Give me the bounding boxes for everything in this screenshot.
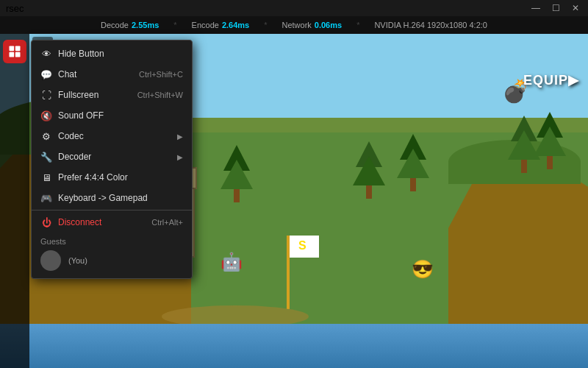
minimize-button[interactable]: — — [528, 3, 543, 13]
app-icon-button[interactable] — [3, 40, 26, 63]
menu-item-disconnect[interactable]: ⏻DisconnectCtrl+Alt+ — [32, 212, 192, 233]
menu-item-codec[interactable]: ⚙Codec▶ — [32, 126, 192, 146]
decode-label: Decode — [101, 21, 129, 29]
context-menu: 👁Hide Button💬ChatCtrl+Shift+C⛶Fullscreen… — [31, 40, 193, 279]
equip-logo: EQUIP▶ — [523, 72, 579, 88]
tree-right-2 — [508, 116, 540, 173]
menu-label-chat: Chat — [58, 69, 133, 79]
svg-rect-2 — [10, 52, 15, 57]
menu-label-keyboard-gamepad: Keyboard -> Gamepad — [58, 193, 183, 203]
menu-arrow-codec: ▶ — [177, 132, 183, 141]
svg-rect-0 — [10, 46, 15, 52]
menu-label-sound-off: Sound OFF — [58, 110, 183, 121]
character-sun: 😎 — [412, 259, 434, 280]
guest-row: (You) — [40, 250, 183, 271]
menu-item-keyboard-gamepad[interactable]: 🎮Keyboard -> Gamepad — [32, 188, 192, 208]
network-label: Network — [282, 21, 311, 29]
menu-icon-keyboard-gamepad: 🎮 — [40, 192, 52, 204]
menu-item-hide-button[interactable]: 👁Hide Button — [32, 43, 192, 64]
flag-letter: S — [298, 239, 306, 252]
svg-rect-3 — [15, 52, 21, 57]
decode-stat: Decode 2.55ms — [101, 21, 159, 29]
maximize-button[interactable]: ☐ — [549, 3, 563, 13]
stat-divider-3: * — [356, 21, 359, 29]
titlebar-controls: — ☐ ✕ — [528, 3, 582, 13]
left-panel — [0, 34, 29, 368]
menu-label-disconnect: Disconnect — [58, 217, 146, 227]
menu-shortcut-chat: Ctrl+Shift+C — [139, 70, 183, 79]
network-stat: Network 0.06ms — [282, 21, 342, 29]
menu-arrow-decoder: ▶ — [177, 153, 183, 161]
menu-label-codec: Codec — [58, 131, 171, 141]
menu-icon-sound-off: 🔇 — [40, 110, 52, 121]
encode-label: Encode — [192, 21, 219, 29]
titlebar-title: rsec — [6, 3, 24, 14]
encode-stat: Encode 2.64ms — [192, 21, 250, 29]
codec-value: NVIDIA H.264 1920x1080 4:2:0 — [374, 21, 487, 29]
encode-value: 2.64ms — [222, 21, 249, 29]
menu-shortcut-disconnect: Ctrl+Alt+ — [151, 218, 183, 227]
tree-center-3 — [397, 134, 429, 191]
menu-shortcut-fullscreen: Ctrl+Shift+W — [137, 91, 183, 99]
flag-banner: S — [290, 236, 319, 258]
svg-rect-1 — [15, 46, 21, 52]
menu-icon-chat: 💬 — [40, 68, 52, 80]
close-button[interactable]: ✕ — [569, 3, 582, 13]
titlebar: rsec — ☐ ✕ — [0, 0, 588, 16]
menu-divider — [32, 210, 192, 210]
stats-bar: Decode 2.55ms * Encode 2.64ms * Network … — [0, 16, 588, 34]
guest-avatar — [40, 250, 61, 271]
menu-item-chat[interactable]: 💬ChatCtrl+Shift+C — [32, 64, 192, 85]
tree-center-1 — [220, 145, 253, 202]
menu-label-decoder: Decoder — [58, 152, 171, 162]
network-value: 0.06ms — [315, 21, 342, 29]
menu-icon-hide-button: 👁 — [40, 48, 52, 60]
tree-center-2 — [353, 141, 385, 199]
menu-label-prefer-444: Prefer 4:4:4 Color — [58, 172, 183, 183]
guests-label: Guests — [40, 237, 183, 246]
menu-label-fullscreen: Fullscreen — [58, 90, 132, 100]
guest-you-label: (You) — [68, 256, 87, 265]
water — [0, 324, 588, 368]
decode-value: 2.55ms — [132, 21, 159, 29]
stat-divider-1: * — [173, 21, 176, 29]
guests-section: Guests(You) — [32, 233, 192, 275]
stat-divider-2: * — [264, 21, 267, 29]
menu-icon-fullscreen: ⛶ — [40, 89, 52, 101]
menu-icon-decoder: 🔧 — [40, 151, 52, 163]
menu-icon-disconnect: ⏻ — [40, 216, 52, 228]
app-icon-svg — [7, 44, 22, 59]
codec-stat: NVIDIA H.264 1920x1080 4:2:0 — [374, 21, 487, 29]
menu-label-hide-button: Hide Button — [58, 49, 183, 59]
menu-item-fullscreen[interactable]: ⛶FullscreenCtrl+Shift+W — [32, 85, 192, 105]
menu-icon-codec: ⚙ — [40, 130, 52, 142]
menu-item-decoder[interactable]: 🔧Decoder▶ — [32, 146, 192, 167]
flag-pole: S — [287, 236, 290, 309]
menu-item-sound-off[interactable]: 🔇Sound OFF — [32, 105, 192, 126]
character-1: 🤖 — [220, 252, 243, 272]
menu-icon-prefer-444: 🖥 — [40, 171, 52, 183]
menu-item-prefer-444[interactable]: 🖥Prefer 4:4:4 Color — [32, 167, 192, 188]
